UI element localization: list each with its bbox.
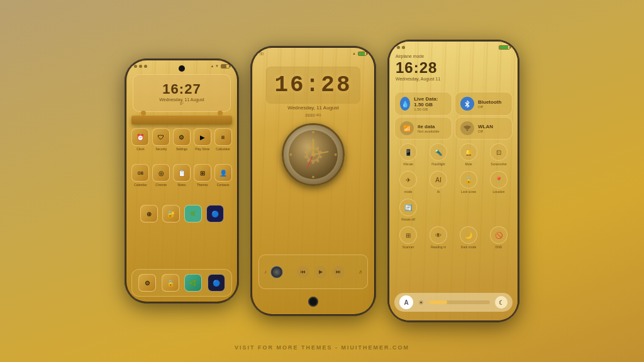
dock-1: ⚙ 🔒 🌿 🔵 [131, 269, 232, 297]
svg-point-5 [335, 153, 337, 156]
prev-btn[interactable]: ⏮ [297, 266, 309, 278]
app-contacts[interactable]: 👤 Contacts [214, 164, 232, 187]
status-bar-2: |||| ▲ [252, 48, 374, 59]
lockscreen-btn[interactable]: 🔒 Lock scree [455, 171, 482, 194]
dock-icon-2[interactable]: 🔒 [162, 274, 179, 292]
keyboard-letter: A [399, 295, 413, 309]
app-extra-3-icon: 🌿 [184, 205, 202, 222]
app-themes-icon: ⊞ [194, 164, 211, 182]
app-chrome[interactable]: ◎ Chrome [152, 164, 170, 187]
app-extra-4[interactable]: 🔵 [205, 205, 225, 222]
darkmode-icon: 🌙 [460, 226, 477, 244]
dock-icon-1[interactable]: ⚙ [138, 274, 156, 292]
app-extra-2-icon: 🔐 [162, 205, 180, 222]
scanner-icon: ⊞ [399, 226, 417, 244]
app-playstore[interactable]: ▶ Play Store [193, 128, 211, 151]
ctrl-tiles-row2: 📶 ile data Not available [394, 117, 513, 140]
app-chrome-icon: ◎ [152, 164, 170, 182]
app-notes-label: Notes [177, 183, 186, 187]
app-calculator-icon: ≡ [214, 128, 232, 146]
screenshot-btn[interactable]: ⊡ Screenshot [485, 143, 513, 166]
app-chrome-label: Chrome [155, 183, 167, 187]
app-security[interactable]: 🛡 Security [152, 128, 170, 151]
flashlight-btn[interactable]: 🔦 Flashlight [425, 143, 452, 166]
wlan-tile[interactable]: WLAN Off [455, 117, 513, 140]
moon-icon: ☾ [495, 296, 508, 309]
p2-signal: |||||||||| 4G [265, 113, 362, 117]
screenshot-icon: ⊡ [490, 143, 508, 161]
p2-music-player: ♪ ⏮ ▶ ⏭ ♬ [258, 255, 368, 289]
ai-icon: AI [430, 171, 447, 189]
svg-point-7 [289, 153, 292, 156]
icon-grid-4: ⊞ Scanner 👁 Reading m 🌙 Dark mode 🚫 DND [394, 226, 513, 249]
svg-line-2 [308, 155, 313, 168]
app-extra-1-icon: ⊕ [140, 205, 158, 222]
app-settings-label: Settings [176, 147, 187, 151]
mobile-title: ile data [418, 124, 440, 129]
app-contacts-icon: 👤 [214, 164, 232, 182]
next-btn[interactable]: ⏭ [332, 266, 345, 278]
brightness-fill [429, 300, 447, 304]
darkmode-btn[interactable]: 🌙 Dark mode [455, 226, 482, 249]
flashlight-icon: 🔦 [430, 143, 447, 161]
brightness-slider[interactable] [429, 300, 490, 304]
svg-line-1 [313, 151, 328, 155]
svg-point-3 [311, 153, 315, 156]
app-themes[interactable]: ⊞ Themes [193, 164, 211, 187]
data-icon: 💧 [400, 97, 410, 111]
dnd-btn[interactable]: 🚫 DND [485, 226, 513, 249]
dnd-icon: 🚫 [490, 226, 508, 244]
rotate-icon: 🔄 [399, 199, 417, 216]
dock-icon-4[interactable]: 🔵 [208, 274, 225, 292]
app-notes[interactable]: 📋 Notes [173, 164, 191, 187]
p3-bottom-bar: A ☀ ☾ [394, 293, 513, 312]
app-calculator-label: Calculator [216, 147, 230, 151]
phone-3: Airplane mode 16:28 Wednesday, August 11… [387, 40, 519, 322]
rotate-btn[interactable]: 🔄 Rotate off [394, 199, 422, 221]
scanner-btn[interactable]: ⊞ Scanner [394, 226, 422, 249]
clock-date-1: Wednesday, 11 August [159, 97, 204, 102]
clock-charge-1: 0° [180, 102, 184, 106]
location-btn[interactable]: 📍 Location [485, 171, 513, 194]
data-title: Live Data: 1.50 GB [414, 96, 447, 107]
app-contacts-label: Contacts [217, 183, 230, 187]
app-extra-3[interactable]: 🌿 [183, 205, 203, 222]
svg-point-4 [312, 131, 314, 133]
play-btn[interactable]: ▶ [314, 266, 327, 278]
airplane-icon: ✈ [399, 171, 417, 189]
lockscreen-icon: 🔒 [460, 171, 477, 189]
mobile-data-tile[interactable]: 📶 ile data Not available [394, 117, 452, 140]
app-settings-icon: ⚙ [173, 128, 191, 146]
app-grid-dock-extra: ⊕ 🔐 🌿 🔵 [139, 205, 225, 222]
p2-time: 16:28 [274, 72, 352, 98]
app-extra-1[interactable]: ⊕ [139, 205, 158, 222]
bluetooth-tile[interactable]: Bluetooth Off [455, 92, 513, 116]
data-tile[interactable]: 💧 Live Data: 1.50 GB 1.50 GB [394, 92, 452, 116]
app-clock[interactable]: ⏰ Clock [131, 128, 150, 151]
mute-btn[interactable]: 🔔 Mute [455, 143, 482, 166]
app-calculator[interactable]: ≡ Calculator [214, 128, 232, 151]
clock-widget-1: 16:27 Wednesday, 11 August 0° [133, 74, 231, 112]
mobile-icon: 📶 [400, 121, 414, 135]
app-clock-icon: ⏰ [131, 128, 149, 146]
app-calendar[interactable]: 08 Calendar [131, 164, 150, 187]
data-sub: 1.50 GB [414, 107, 447, 111]
app-security-label: Security [155, 147, 167, 151]
app-playstore-label: Play Store [195, 147, 209, 151]
icon-grid-2: ✈ mode AI Ai 🔒 Lock scree 📍 Location [394, 171, 513, 194]
vibrate-btn[interactable]: 📳 Vibrate [394, 143, 422, 166]
app-extra-2[interactable]: 🔐 [161, 205, 180, 222]
wlan-icon [460, 121, 474, 135]
app-playstore-icon: ▶ [194, 128, 211, 146]
airplane-btn[interactable]: ✈ mode [394, 171, 422, 194]
app-settings[interactable]: ⚙ Settings [173, 128, 191, 151]
analog-clock: ⚙ [282, 123, 345, 186]
app-calendar-label: Calendar [134, 183, 147, 187]
p2-clock: 16:28 Wednesday, 11 August |||||||||| 4G [265, 67, 362, 117]
watermark: VISIT FOR MORE THEMES - MIUITHEMER.COM [235, 344, 409, 351]
app-security-icon: 🛡 [152, 128, 170, 146]
dock-icon-3[interactable]: 🌿 [184, 274, 202, 292]
reading-btn[interactable]: 👁 Reading m [425, 226, 452, 249]
ai-btn[interactable]: AI Ai [425, 171, 452, 194]
icon-grid-3: 🔄 Rotate off [394, 199, 513, 221]
